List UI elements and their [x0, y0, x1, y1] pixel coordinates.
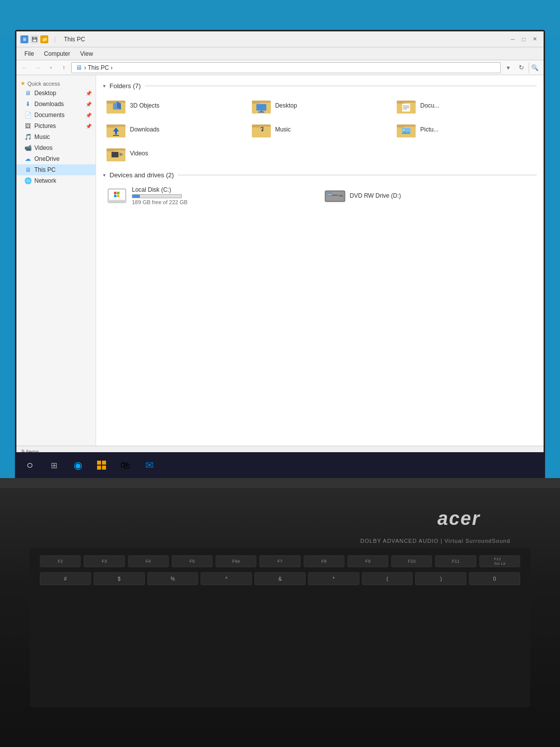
folder-desktop[interactable]: Desktop: [248, 95, 392, 117]
folder-videos[interactable]: Videos: [103, 142, 246, 164]
refresh-button[interactable]: ↻: [516, 62, 527, 73]
svg-rect-8: [252, 101, 260, 104]
svg-rect-23: [113, 135, 119, 136]
folder-downloads-icon: [106, 121, 126, 138]
folder-documents[interactable]: Docu...: [393, 95, 537, 117]
sidebar-item-thispc[interactable]: 🖥 This PC: [16, 164, 96, 175]
svg-text:DVD: DVD: [328, 193, 332, 196]
drive-c[interactable]: Local Disk (C:) 189 GB free of 222 GB: [103, 184, 319, 208]
keyboard-area: F2 F3 F4 F5 F6e F7 F8 F9 F10 F11 F12Scr …: [30, 548, 530, 707]
svg-rect-14: [397, 101, 405, 104]
sidebar-item-videos[interactable]: 📹 Videos: [16, 142, 96, 153]
f11-key[interactable]: F11: [435, 555, 476, 567]
svg-rect-29: [397, 124, 405, 127]
address-box[interactable]: 🖥 › This PC ›: [71, 62, 501, 73]
menu-computer[interactable]: Computer: [40, 49, 74, 58]
f4-key[interactable]: F4: [128, 555, 169, 567]
mail-btn[interactable]: ✉: [139, 455, 159, 475]
pin-icon-doc: 📌: [86, 113, 92, 118]
menu-view[interactable]: View: [76, 49, 97, 58]
folder-downloads[interactable]: Downloads: [103, 119, 246, 140]
lparen-key[interactable]: (: [362, 572, 413, 585]
explorer-btn[interactable]: [92, 455, 112, 475]
sidebar: ★ Quick access 🖥 Desktop 📌 ⬇ Downloads 📌…: [16, 75, 96, 446]
laptop-body: acer DOLBY ADVANCED AUDIO | Virtual Surr…: [0, 478, 560, 747]
f2-key[interactable]: F2: [40, 555, 81, 567]
folder-downloads-label: Downloads: [130, 126, 159, 133]
sidebar-item-onedrive[interactable]: ☁ OneDrive: [16, 153, 96, 164]
svg-rect-2: [107, 101, 114, 104]
f8-key[interactable]: F8: [304, 555, 344, 567]
acer-logo: acer: [438, 508, 480, 529]
drive-d[interactable]: DVD DVD RW Drive (D:): [321, 184, 537, 208]
svg-rect-18: [403, 109, 407, 110]
sidebar-item-downloads[interactable]: ⬇ Downloads 📌: [16, 99, 96, 110]
svg-rect-11: [258, 112, 264, 113]
folder-desktop-label: Desktop: [275, 102, 297, 109]
star-icon: ★: [20, 80, 25, 87]
drive-c-bar: [132, 194, 182, 198]
f9-key[interactable]: F9: [347, 555, 388, 567]
svg-rect-43: [117, 195, 119, 197]
folder-quick-icon: 📁: [40, 35, 48, 43]
folder-videos-label: Videos: [130, 150, 148, 157]
sidebar-item-pictures[interactable]: 🖼 Pictures 📌: [16, 121, 96, 131]
restore-button[interactable]: □: [519, 34, 529, 44]
dvd-drive-icon: DVD: [324, 186, 346, 206]
drives-chevron-icon[interactable]: ▾: [103, 172, 106, 178]
menu-file[interactable]: File: [20, 49, 38, 58]
search-button[interactable]: 🔍: [529, 62, 541, 73]
back-button[interactable]: ←: [19, 62, 30, 73]
title-bar: 🖥 💾 📁 | This PC ─ □ ✕: [16, 31, 544, 47]
documents-icon: 📄: [24, 112, 31, 119]
dollar-key[interactable]: $: [94, 572, 145, 585]
recent-button[interactable]: ▾: [45, 62, 56, 73]
menu-bar: File Computer View: [16, 47, 544, 60]
f5-key[interactable]: F5: [172, 555, 213, 567]
folder-3dobjects[interactable]: 3D Objects: [103, 95, 246, 117]
percent-key[interactable]: %: [147, 572, 199, 585]
close-button[interactable]: ✕: [530, 34, 540, 44]
folders-chevron-icon[interactable]: ▾: [103, 83, 106, 89]
store-btn[interactable]: 🛍: [115, 455, 135, 475]
svg-rect-16: [403, 106, 409, 107]
folder-pictures[interactable]: Pictu...: [393, 119, 537, 140]
hash-key[interactable]: #: [40, 572, 91, 585]
sidebar-item-music[interactable]: 🎵 Music: [16, 131, 96, 142]
folder-pictures-icon: [396, 121, 416, 138]
svg-rect-48: [339, 195, 343, 197]
f12-key[interactable]: F12Scr Lk: [479, 555, 520, 567]
folder-music[interactable]: Music: [248, 119, 392, 140]
f10-key[interactable]: F10: [391, 555, 432, 567]
drives-section-header: ▾ Devices and drives (2): [103, 171, 537, 179]
sidebar-item-desktop[interactable]: 🖥 Desktop 📌: [16, 88, 96, 99]
amp-key[interactable]: &: [254, 572, 306, 585]
folder-3dobjects-icon: [106, 97, 126, 115]
drive-c-bar-fill: [132, 195, 140, 198]
folders-section-header: ▾ Folders (7): [103, 82, 537, 90]
svg-rect-42: [114, 195, 116, 197]
forward-button[interactable]: →: [32, 62, 43, 73]
search-btn[interactable]: ○: [20, 455, 40, 475]
f3-key[interactable]: F3: [84, 555, 124, 567]
taskview-btn[interactable]: ⊞: [44, 455, 64, 475]
drive-c-info: Local Disk (C:) 189 GB free of 222 GB: [132, 186, 188, 205]
svg-rect-26: [252, 124, 260, 127]
drive-c-name: Local Disk (C:): [132, 186, 188, 193]
content-area: ▾ Folders (7): [96, 75, 544, 446]
edge-btn[interactable]: ◉: [68, 455, 88, 475]
caret-key[interactable]: ^: [201, 572, 252, 585]
dropdown-button[interactable]: ▾: [503, 62, 514, 73]
up-button[interactable]: ↑: [58, 62, 69, 73]
sidebar-item-documents[interactable]: 📄 Documents 📌: [16, 110, 96, 121]
svg-rect-17: [403, 107, 409, 108]
minimize-button[interactable]: ─: [508, 34, 518, 44]
f7-key[interactable]: F7: [259, 555, 300, 567]
zero-key[interactable]: 0: [469, 572, 520, 585]
rparen-key[interactable]: ): [415, 572, 466, 585]
folders-header-text: Folders (7): [110, 82, 141, 90]
asterisk-key[interactable]: *: [308, 572, 359, 585]
sidebar-item-network[interactable]: 🌐 Network: [16, 175, 96, 186]
screen: 🖥 💾 📁 | This PC ─ □ ✕ File Computer View…: [15, 30, 545, 458]
f6-key[interactable]: F6e: [216, 555, 256, 567]
